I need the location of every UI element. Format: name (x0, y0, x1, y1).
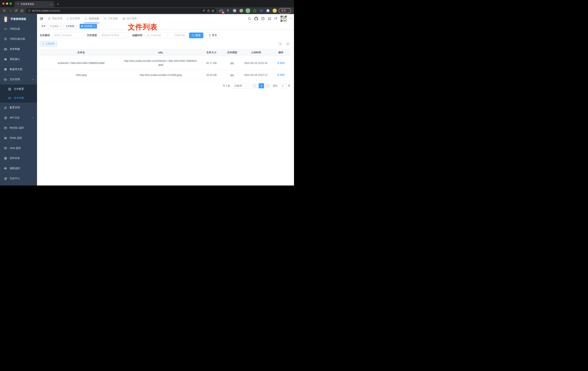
prev-page-button[interactable] (252, 83, 258, 88)
sidebar-item-form-builder[interactable]: 表单构建 (0, 44, 37, 54)
show-search-button[interactable] (278, 41, 283, 46)
top-menu-workflow[interactable]: 工作流程 (101, 14, 120, 23)
address-bar[interactable]: 127.0.0.1:1024/infra/file/file (26, 8, 216, 13)
extension-command-icon[interactable]: ⌘ (232, 9, 237, 13)
zoom-window-button[interactable] (10, 2, 12, 5)
refresh-table-button[interactable] (285, 41, 290, 46)
table-row: a294ecb2-73dd-4353-bf40-296b8931d0bf htt… (40, 56, 290, 70)
sidebar-item-code-gen[interactable]: 代码生成 (0, 24, 37, 34)
top-navbar: 系统管理 ¥ 支付管理 基础设施 工作流程 (37, 14, 294, 23)
file-type-select[interactable]: 请选择文件类型 (99, 32, 129, 38)
top-menu-infrastructure[interactable]: 基础设施 (82, 14, 101, 23)
browser-tab[interactable]: 芋道管理系统 × (14, 1, 54, 7)
sidebar-item-code-demo[interactable]: 代码生成示例 (0, 34, 37, 44)
delete-button[interactable]: 删除 (277, 73, 285, 77)
extension-kite-icon[interactable] (226, 9, 230, 13)
extension-eye-icon[interactable] (259, 9, 263, 13)
avatar-qr-image[interactable] (280, 15, 287, 22)
search-icon[interactable] (248, 17, 251, 21)
tag-home[interactable]: 首页 (40, 24, 47, 29)
sidebar-item-file-list[interactable]: 文件列表 (0, 94, 37, 103)
sidebar-item-scheduled-tasks[interactable]: 定时任务 (0, 153, 37, 163)
tab-close-icon[interactable]: × (50, 3, 53, 6)
sidebar-item-api-log[interactable]: API 日志 (0, 113, 37, 123)
sidebar-menu: 代码生成 代码生成示例 表单构建 系统接口 数据库文档 (0, 24, 37, 186)
calendar-icon (147, 34, 149, 37)
sidebar-collapse-icon[interactable] (37, 17, 45, 21)
sidebar-item-label: 系统接口 (10, 58, 20, 61)
bookmark-star-icon[interactable] (211, 9, 214, 12)
tag-label: 首页 (41, 25, 46, 28)
tag-file-config[interactable]: 文件配置 × (64, 24, 79, 29)
extension-star-icon[interactable] (252, 9, 257, 13)
sidebar-item-db-doc[interactable]: 数据库文档 (0, 64, 37, 74)
top-menu-payment[interactable]: ¥ 支付管理 (64, 14, 82, 23)
sidebar-item-redis-monitor[interactable]: Redis 监控 (0, 133, 37, 143)
sidebar-item-java-monitor[interactable]: Java 监控 (0, 143, 37, 153)
reset-button[interactable]: 重置 (206, 32, 220, 38)
extension-y-icon[interactable]: Y (246, 9, 250, 13)
tag-close-icon[interactable]: × (94, 25, 95, 27)
date-range-picker[interactable]: 开始日期 - 结束日期 (145, 32, 187, 38)
doc-edit-icon (4, 116, 7, 119)
sidebar-item-log-center[interactable]: 日志中心 (0, 173, 37, 183)
forward-icon[interactable] (8, 8, 13, 13)
extension-dot-icon[interactable] (239, 9, 243, 13)
sidebar-item-tracing[interactable]: 链路追踪 (0, 163, 37, 173)
placeholder-text: 请选择文件类型 (101, 34, 119, 37)
new-tab-button[interactable]: + (54, 1, 62, 7)
upload-file-button[interactable]: 上传文件 (40, 41, 57, 46)
extension-diamond-icon[interactable]: 11 (219, 9, 223, 13)
next-page-button[interactable] (265, 83, 270, 88)
goto-page-input[interactable]: 1 (279, 83, 287, 88)
end-date-placeholder: 结束日期 (175, 34, 185, 37)
back-icon[interactable] (2, 8, 7, 13)
page-size-select[interactable]: 10条/页 (232, 83, 249, 88)
sidebar-item-config-mgmt[interactable]: 配置管理 (0, 103, 37, 113)
sidebar-logo[interactable]: 芋道管理系统 (0, 14, 37, 24)
extensions-area: 11 ⌘ Y (218, 9, 278, 13)
search-button[interactable]: 搜索 (189, 32, 203, 38)
minimize-window-button[interactable] (6, 2, 8, 5)
update-label: 更新 (281, 9, 286, 12)
sidebar-item-mysql-monitor[interactable]: MySQL 监控 (0, 123, 37, 133)
font-size-icon[interactable]: TT (274, 17, 277, 20)
extensions-puzzle-icon[interactable] (266, 9, 270, 13)
home-icon[interactable] (19, 8, 25, 13)
fullscreen-icon[interactable] (268, 17, 271, 21)
table-toolbar: 上传文件 (40, 41, 290, 46)
delete-button[interactable]: 删除 (277, 61, 285, 65)
gear-icon (8, 88, 11, 91)
cell-url: http://test.yudao.iocoder.cn/1000.jpeg (122, 70, 199, 80)
trash-icon (277, 62, 280, 64)
github-icon[interactable] (254, 17, 258, 21)
close-window-button[interactable] (2, 2, 4, 5)
top-menu-reports[interactable]: 统计报表 (120, 14, 139, 23)
help-icon[interactable] (261, 17, 265, 21)
tag-profile[interactable]: 个人中心 × (48, 24, 63, 29)
filter-form: 文件路径 请输入文件路径 文件类型 请选择文件类型 创建时间 开始日期 - 结 (40, 32, 290, 38)
page-number-button[interactable]: 1 (259, 83, 264, 88)
chrome-update-button[interactable]: 更新 ⋮ (279, 8, 291, 13)
sidebar-item-file-config[interactable]: 文件配置 (0, 85, 37, 94)
cloud-icon (8, 96, 11, 100)
password-key-icon[interactable] (203, 9, 206, 12)
window-controls (0, 0, 14, 7)
browser-menu-icon[interactable]: ⋮ (287, 10, 290, 11)
profile-avatar-icon[interactable] (273, 9, 277, 13)
sidebar-item-system-api[interactable]: 系统接口 (0, 54, 37, 64)
top-menu-system[interactable]: 系统管理 (45, 14, 64, 23)
reload-icon[interactable] (13, 8, 19, 13)
yen-icon: ¥ (67, 17, 68, 20)
share-icon[interactable] (207, 9, 210, 12)
tag-file-list[interactable]: 文件列表 × (80, 24, 97, 29)
site-info-icon[interactable] (28, 9, 31, 12)
file-path-input[interactable]: 请输入文件路径 (52, 32, 84, 38)
tag-close-icon[interactable]: × (60, 25, 61, 27)
caret-down-icon[interactable] (290, 18, 292, 20)
delete-label: 删除 (280, 61, 285, 65)
start-date-placeholder: 开始日期 (151, 34, 161, 37)
goto-page: 前往 1 页 (273, 83, 290, 88)
tag-close-icon[interactable]: × (75, 25, 77, 27)
sidebar-item-file-mgmt[interactable]: 文件管理 (0, 74, 37, 85)
